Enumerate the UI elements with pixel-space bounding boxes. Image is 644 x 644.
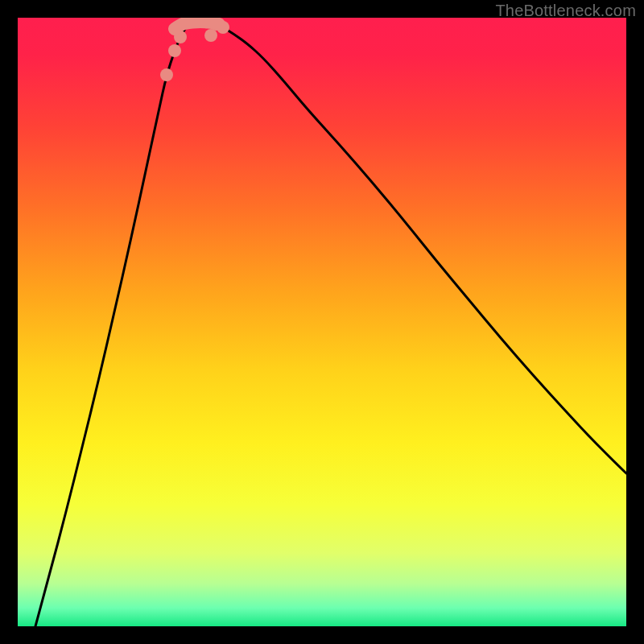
marker-dot xyxy=(204,29,217,42)
outer-frame: TheBottleneck.com xyxy=(0,0,644,644)
marker-dot xyxy=(168,44,181,57)
bottom-arc xyxy=(175,22,219,29)
marker-dot xyxy=(160,68,173,81)
chart-svg xyxy=(18,18,626,626)
gradient-background xyxy=(18,18,626,626)
bottleneck-plot xyxy=(18,18,626,626)
